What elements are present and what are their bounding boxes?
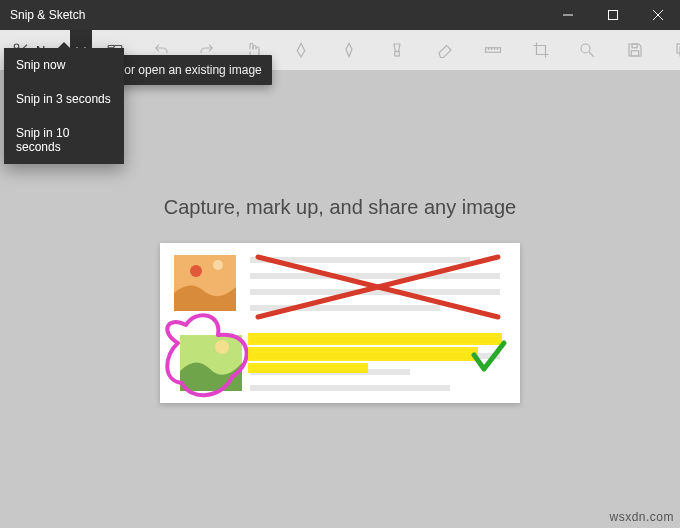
app-window: Snip & Sketch New bbox=[0, 0, 680, 528]
zoom-button[interactable] bbox=[564, 30, 610, 70]
ballpoint-pen-button[interactable] bbox=[278, 30, 324, 70]
menu-item-snip-now[interactable]: Snip now bbox=[4, 48, 124, 82]
zoom-icon bbox=[578, 41, 596, 59]
toolbar-center bbox=[230, 30, 564, 70]
svg-point-15 bbox=[581, 44, 590, 53]
svg-rect-37 bbox=[248, 333, 502, 345]
copy-button[interactable] bbox=[660, 30, 680, 70]
menu-item-snip-10s[interactable]: Snip in 10 seconds bbox=[4, 116, 124, 164]
svg-point-25 bbox=[190, 265, 202, 277]
copy-icon bbox=[674, 41, 680, 59]
crop-button[interactable] bbox=[518, 30, 564, 70]
eraser-button[interactable] bbox=[422, 30, 468, 70]
eraser-icon bbox=[436, 41, 454, 59]
empty-state-illustration bbox=[160, 243, 520, 403]
svg-rect-18 bbox=[631, 51, 639, 56]
ruler-button[interactable] bbox=[470, 30, 516, 70]
app-title: Snip & Sketch bbox=[0, 8, 85, 22]
save-icon bbox=[626, 41, 644, 59]
minimize-icon bbox=[563, 10, 573, 20]
new-snip-menu: Snip now Snip in 3 seconds Snip in 10 se… bbox=[4, 48, 124, 164]
crop-icon bbox=[532, 41, 550, 59]
svg-rect-28 bbox=[250, 273, 500, 279]
svg-rect-36 bbox=[250, 385, 450, 391]
save-button[interactable] bbox=[612, 30, 658, 70]
illustration-svg bbox=[160, 243, 520, 403]
minimize-button[interactable] bbox=[545, 0, 590, 30]
svg-rect-38 bbox=[248, 347, 478, 361]
pencil-icon bbox=[340, 41, 358, 59]
svg-rect-17 bbox=[632, 44, 637, 48]
empty-state-headline: Capture, mark up, and share any image bbox=[164, 196, 516, 219]
watermark: wsxdn.com bbox=[609, 510, 674, 524]
svg-rect-39 bbox=[248, 363, 368, 373]
svg-rect-10 bbox=[486, 48, 501, 53]
svg-rect-1 bbox=[608, 11, 617, 20]
ruler-icon bbox=[484, 41, 502, 59]
menu-item-snip-3s[interactable]: Snip in 3 seconds bbox=[4, 82, 124, 116]
svg-rect-9 bbox=[395, 52, 400, 57]
toolbar-right bbox=[564, 30, 680, 70]
maximize-icon bbox=[608, 10, 618, 20]
close-button[interactable] bbox=[635, 0, 680, 30]
title-bar: Snip & Sketch bbox=[0, 0, 680, 30]
pencil-button[interactable] bbox=[326, 30, 372, 70]
svg-point-26 bbox=[213, 260, 223, 270]
highlighter-button[interactable] bbox=[374, 30, 420, 70]
svg-point-32 bbox=[215, 340, 229, 354]
highlighter-icon bbox=[388, 41, 406, 59]
close-icon bbox=[653, 10, 663, 20]
maximize-button[interactable] bbox=[590, 0, 635, 30]
svg-line-16 bbox=[589, 52, 594, 57]
ballpoint-pen-icon bbox=[292, 41, 310, 59]
